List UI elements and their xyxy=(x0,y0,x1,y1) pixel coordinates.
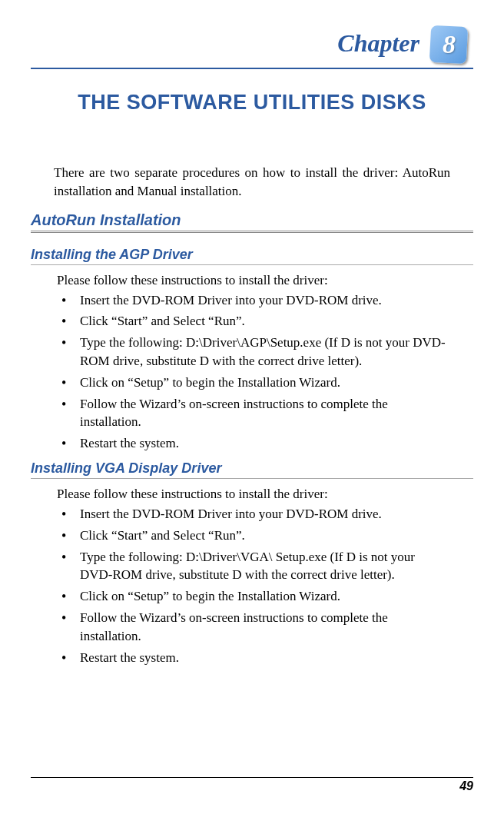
chapter-number: 8 xyxy=(443,30,456,59)
list-item: Click “Start” and Select “Run”. xyxy=(57,527,450,545)
intro-paragraph: There are two separate procedures on how… xyxy=(54,164,450,201)
list-item: Type the following: D:\Driver\AGP\Setup.… xyxy=(57,334,450,370)
page-number: 49 xyxy=(459,779,473,792)
agp-steps-list: Insert the DVD-ROM Driver into your DVD-… xyxy=(57,291,450,453)
page-footer: 49 xyxy=(31,777,473,793)
agp-instructions-intro: Please follow these instructions to inst… xyxy=(57,273,473,288)
chapter-number-badge: 8 xyxy=(430,26,473,69)
list-item: Restart the system. xyxy=(57,649,450,667)
list-item: Follow the Wizard’s on-screen instructio… xyxy=(57,609,450,646)
chapter-header: Chapter 8 xyxy=(31,15,473,69)
list-item: Click “Start” and Select “Run”. xyxy=(57,312,450,331)
list-item: Click on “Setup” to begin the Installati… xyxy=(57,374,450,392)
vga-steps-list: Insert the DVD-ROM Driver into your DVD-… xyxy=(57,505,450,666)
badge-shape-icon: 8 xyxy=(429,25,468,64)
list-item: Click on “Setup” to begin the Installati… xyxy=(57,587,450,606)
list-item: Follow the Wizard’s on-screen instructio… xyxy=(57,395,450,432)
chapter-label: Chapter xyxy=(337,29,419,58)
list-item: Insert the DVD-ROM Driver into your DVD-… xyxy=(57,291,450,310)
vga-instructions-intro: Please follow these instructions to inst… xyxy=(57,487,473,502)
sub-heading-agp: Installing the AGP Driver xyxy=(31,247,473,265)
list-item: Insert the DVD-ROM Driver into your DVD-… xyxy=(57,505,450,523)
list-item: Type the following: D:\Driver\VGA\ Setup… xyxy=(57,548,450,585)
sub-heading-vga: Installing VGA Display Driver xyxy=(31,460,473,479)
page-title: THE SOFTWARE UTILITIES DISKS xyxy=(31,91,473,115)
list-item: Restart the system. xyxy=(57,434,450,453)
section-heading-autorun: AutoRun Installation xyxy=(31,211,473,233)
